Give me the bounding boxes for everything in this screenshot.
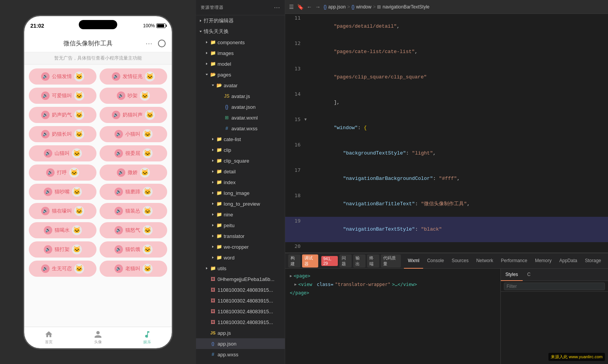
file-img-4[interactable]: 🖼 1108100302.48083915... [196,306,285,317]
forward-icon[interactable]: → [315,4,321,10]
folder-translator[interactable]: 📁 translator [196,231,285,241]
breadcrumb-file[interactable]: app.json [328,4,346,10]
tab-appdata[interactable]: AppData [555,253,581,269]
tab-performance[interactable]: Performance [497,253,531,269]
bookmark-icon[interactable]: 🔖 [297,4,304,10]
file-app-js[interactable]: JS app.js [196,327,285,338]
file-avatar-json[interactable]: {} avatar.json [196,101,285,112]
more-icon[interactable]: ··· [146,40,153,48]
tab-storage[interactable]: Storage [581,253,605,269]
folder-components[interactable]: 📁 components [196,37,285,48]
build-btn[interactable]: 构建 [288,254,301,268]
phone-btn-2-0[interactable]: 🔊 奶声奶气 🐱 [29,107,96,123]
hamburger-icon[interactable]: ☰ [289,4,294,10]
file-img-2[interactable]: 🖼 1108100302.48083915... [196,284,285,295]
file-img-1[interactable]: 🖼 0HhemgejjuEPeba1a6b... [196,274,285,284]
phone-btn-row-4[interactable]: 🔊 山猫叫 🐱 🔊 很委屈 🐱 [29,145,167,161]
breadcrumb-nav-text[interactable]: navigationBarTextStyle [382,4,429,10]
breadcrumb-window[interactable]: window [356,4,371,10]
phone-btn-6-1[interactable]: 🔊 猫磨蹄 🐱 [100,184,167,200]
phone-btn-0-0[interactable]: 🔊 公猫发情 🐱 [29,68,96,85]
folder-model[interactable]: 📁 model [196,58,285,69]
tab-avatar[interactable]: 头像 [73,330,123,345]
folder-utils[interactable]: 📁 utils [196,263,285,274]
styles-filter-input[interactable] [504,283,605,290]
devtools-html-panel[interactable]: ▶ <page> ▶ <view class="translator-wrapp… [285,269,500,364]
folder-clip-square[interactable]: 📁 clip_square [196,155,285,166]
debugger-btn[interactable]: 调试器 [302,254,318,268]
phone-btn-row-9[interactable]: 🔊 猫打架 🐱 🔊 猫饥饿 🐱 [29,241,167,258]
phone-btn-8-0[interactable]: 🔊 猫喝水 🐱 [29,222,96,238]
phone-btn-8-1[interactable]: 🔊 猫怒气 🐱 [100,222,167,238]
section-project[interactable]: 情头天天换 [196,26,285,37]
styles-tab-styles[interactable]: Styles [501,269,523,281]
phone-btn-0-1[interactable]: 🔊 发情征兆 🐱 [100,68,167,85]
phone-btn-row-7[interactable]: 🔊 猫在嚎叫 🐱 🔊 猫装怂 🐱 [29,203,167,219]
phone-btn-9-0[interactable]: 🔊 猫打架 🐱 [29,241,96,258]
folder-avatar[interactable]: 📂 avatar [196,80,285,91]
phone-btn-7-1[interactable]: 🔊 猫装怂 🐱 [100,203,167,219]
phone-btn-6-0[interactable]: 🔊 猫吵嘴 🐱 [29,184,96,200]
tab-entertainment[interactable]: 娱乐 [123,330,172,345]
phone-content[interactable]: 🔊 公猫发情 🐱 🔊 发情征兆 🐱 🔊 可爱猫叫 🐱 🔊 [24,65,172,327]
phone-btn-7-0[interactable]: 🔊 猫在嚎叫 🐱 [29,203,96,219]
file-img-5[interactable]: 🖼 1108100302.48083915... [196,317,285,327]
file-avatar-wxss[interactable]: # avatar.wxss [196,123,285,134]
folder-cate-list[interactable]: 📁 cate-list [196,134,285,145]
folder-detail[interactable]: 📁 detail [196,166,285,177]
file-avatar-wxml[interactable]: ⊞ avatar.wxml [196,112,285,123]
phone-btn-1-1[interactable]: 🔊 吵架 🐱 [100,88,167,104]
folder-long-image[interactable]: 📁 long_image [196,188,285,198]
folder-pages[interactable]: 📂 pages [196,69,285,80]
issues-btn[interactable]: 问题 [339,254,352,268]
tab-wxml[interactable]: Wxml [404,253,423,269]
phone-btn-5-0[interactable]: 🔊 打呼 🐱 [29,165,96,181]
tab-home[interactable]: 首页 [24,330,73,345]
phone-btn-row-10[interactable]: 🔊 生无可恋 🐱 🔊 老猫叫 🐱 [29,261,167,277]
phone-btn-row-1[interactable]: 🔊 可爱猫叫 🐱 🔊 吵架 🐱 [29,88,167,104]
file-img-3[interactable]: 🖼 1108100302.48083915... [196,295,285,306]
folder-images[interactable]: 📁 images [196,48,285,58]
file-app-wxss[interactable]: # app.wxss [196,349,285,360]
styles-tab-computed[interactable]: C [523,269,535,281]
tab-network[interactable]: Network [472,253,497,269]
section-open-editors[interactable]: 打开的编辑器 [196,15,285,26]
phone-btn-3-1[interactable]: 🔊 小猫叫 🐱 [100,126,167,142]
code-quality-btn[interactable]: 代码质量 [381,254,401,268]
phone-btn-1-0[interactable]: 🔊 可爱猫叫 🐱 [29,88,96,104]
line-arrow-15[interactable]: ▼ [304,115,310,124]
folder-peitu[interactable]: 📁 peitu [196,220,285,231]
html-line-page-close[interactable]: </page> [285,289,500,297]
phone-btn-row-0[interactable]: 🔊 公猫发情 🐱 🔊 发情征兆 🐱 [29,68,167,85]
circle-icon[interactable] [158,40,166,47]
code-editor[interactable]: 11 "pages/detail/detail", 12 "pages/cate… [285,14,608,253]
phone-btn-row-2[interactable]: 🔊 奶声奶气 🐱 🔊 奶猫叫声 🐱 [29,107,167,123]
more-options-icon[interactable]: ··· [274,4,280,11]
tab-sources[interactable]: Sources [448,253,472,269]
html-line-view[interactable]: ▶ <view class="translator-wrapper" >…</v… [285,280,500,289]
file-app-json[interactable]: {} app.json [196,338,285,349]
file-avatar-js[interactable]: JS avatar.js [196,91,285,101]
html-line-page[interactable]: ▶ <page> [285,272,500,280]
phone-btn-row-3[interactable]: 🔊 奶猫长叫 🐱 🔊 小猫叫 🐱 [29,126,167,142]
file-tree-body[interactable]: 打开的编辑器 情头天天换 📁 components 📁 images [196,15,285,364]
folder-index[interactable]: 📁 index [196,177,285,188]
folder-nine[interactable]: 📁 nine [196,209,285,220]
folder-long-to-preview[interactable]: 📁 long_to_preview [196,198,285,209]
output-btn[interactable]: 输出 [353,254,365,268]
phone-btn-3-0[interactable]: 🔊 奶猫长叫 🐱 [29,126,96,142]
folder-we-cropper[interactable]: 📁 we-cropper [196,241,285,252]
phone-btn-4-1[interactable]: 🔊 很委屈 🐱 [100,145,167,161]
phone-btn-9-1[interactable]: 🔊 猫饥饿 🐱 [100,241,167,258]
back-icon[interactable]: ← [307,4,312,10]
phone-btn-2-1[interactable]: 🔊 奶猫叫声 🐱 [100,107,167,123]
phone-btn-10-0[interactable]: 🔊 生无可恋 🐱 [29,261,96,277]
terminal-btn[interactable]: 终端 [367,254,379,268]
phone-btn-row-6[interactable]: 🔊 猫吵嘴 🐱 🔊 猫磨蹄 🐱 [29,184,167,200]
phone-btn-4-0[interactable]: 🔊 山猫叫 🐱 [29,145,96,161]
phone-btn-5-1[interactable]: 🔊 撒娇 🐱 [100,165,167,181]
phone-menu-icons[interactable]: ··· [146,40,166,48]
tab-console[interactable]: Console [423,253,448,269]
folder-clip[interactable]: 📁 clip [196,145,285,155]
folder-word[interactable]: 📁 word [196,252,285,263]
